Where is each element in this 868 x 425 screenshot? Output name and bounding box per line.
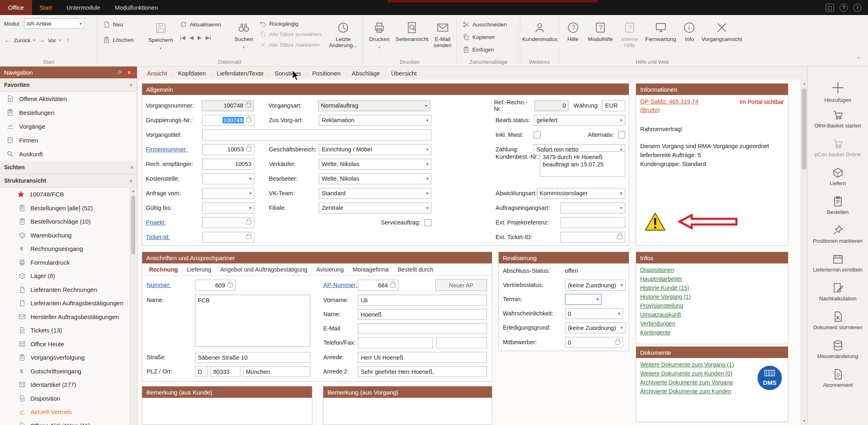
bearb-status-select[interactable]: geliefert▾ (534, 115, 625, 126)
save-button[interactable]: Speichern▾ (145, 18, 176, 52)
kostenstelle-select[interactable]: ▾ (202, 173, 254, 184)
vertriebsstatus-select[interactable]: (keine Zuordnung)▾ (565, 280, 626, 291)
favoriten-section-header[interactable]: Favoriten« (0, 78, 137, 92)
link-verbindungen[interactable]: Verbindungen (640, 320, 675, 327)
vorgangstitel-field[interactable] (202, 129, 431, 140)
tab-avisierung[interactable]: Avisierung (312, 266, 348, 273)
process-view-button[interactable]: Vorgangsansicht (701, 18, 742, 48)
vorname-field[interactable]: Uli (358, 295, 487, 306)
ref-rechn-nr-field[interactable]: 0 (535, 100, 569, 111)
last-record-button[interactable]: ▶| (206, 35, 211, 41)
link-historie-kunde[interactable]: Historie Kunde (15) (640, 285, 689, 291)
sichten-section-header[interactable]: Sichten« (0, 161, 137, 174)
internal-help-button[interactable]: interne Hilfe (618, 18, 641, 48)
zus-vorg-art-select[interactable]: Reklamation▾ (319, 115, 431, 126)
pcon-basket-button[interactable]: pCon.basket Online (807, 138, 868, 167)
first-record-button[interactable]: |◀ (180, 35, 185, 41)
gruppierungs-nr-field[interactable]: 100748 (202, 115, 254, 126)
gueltig-bis-datepicker[interactable]: ▾ (202, 203, 254, 214)
link-weitere-dokumente-vorgang[interactable]: Weitere Dokumente zum Vorgang (1) (640, 361, 734, 368)
ribbon-tab-untermodule[interactable]: Untermodule (59, 0, 108, 15)
tab-positionen[interactable]: Positionen (307, 70, 346, 77)
tree-item-office-heute[interactable]: Office Heute (0, 337, 137, 351)
anschrift-name-field[interactable]: FCB (195, 295, 310, 347)
link-dispositionen[interactable]: Dispositionen (640, 267, 674, 273)
bemerkung-vorgang-textarea[interactable] (323, 398, 492, 425)
tree-item-disposition[interactable]: Disposition (0, 392, 137, 406)
info-icon[interactable]: i (853, 4, 862, 12)
copy-button[interactable]: Kopieren (461, 31, 496, 43)
link-archivierte-dokumente-kunden[interactable]: Archivierte Dokumente zum Kunden (640, 388, 731, 395)
chevron-down-icon[interactable]: ▾ (33, 38, 35, 42)
office-menu-button[interactable]: Office (0, 0, 32, 15)
sidebar-item-firmen[interactable]: Firmen (0, 133, 137, 147)
op-saldo-link[interactable]: OP-Saldo: 465.319,74 (640, 98, 699, 105)
tree-item-bestellvorschlaege[interactable]: Bestellvorschläge (10) (0, 215, 137, 229)
forward-label[interactable]: Vor (48, 37, 56, 43)
bemerkung-kunde-textarea[interactable] (142, 398, 312, 425)
termin-datepicker[interactable]: ▾ (565, 294, 602, 305)
tab-rechnung[interactable]: Rechnung (145, 266, 182, 273)
ribbon-tab-start[interactable]: Start (32, 0, 59, 15)
field-label-nummer-link[interactable]: Nummer: (147, 282, 171, 288)
tree-item-aktuell-vertrieb[interactable]: Aktuell-Vertrieb (0, 405, 137, 419)
bearbeiter-select[interactable]: Welte, Nikolas▾ (319, 173, 431, 184)
prev-record-button[interactable]: ◀ (189, 35, 193, 41)
new-button[interactable]: Neu (102, 18, 143, 30)
link-historie-vorgang[interactable]: Historie Vorgang (1) (640, 293, 691, 300)
main-scrollbar[interactable]: ▲ ▼ (801, 80, 807, 425)
rech-empfaenger-field[interactable]: 10053 (202, 159, 254, 170)
land-field[interactable]: D (195, 366, 208, 377)
send-email-button[interactable]: E-Mail senden (432, 18, 453, 51)
geschaeftsbereich-select[interactable]: Einrichtung / Möbel▾ (319, 144, 431, 155)
tab-lieferung[interactable]: Lieferung (182, 266, 216, 273)
tree-item-identartikel[interactable]: Identartikel (277) (0, 378, 137, 392)
help-icon[interactable]: ? (840, 4, 848, 12)
tab-ansicht[interactable]: Ansicht (142, 70, 173, 77)
tab-montagefirma[interactable]: Montagefirma (348, 266, 393, 273)
tab-abschlaege[interactable]: Abschläge (346, 70, 386, 77)
mass-change-button[interactable]: Massenänderung (807, 340, 868, 369)
anrede-field[interactable]: Herr Uli Hoeneß (358, 352, 487, 363)
plz-field[interactable]: 80333 (210, 366, 240, 377)
kundenbest-nr-field[interactable]: 3479 durch Hr Hoeneß beauftragt am 15.07… (540, 151, 625, 177)
sidebar-item-offene-aktivitaeten[interactable]: Offene Aktivitäten (0, 92, 137, 106)
modul-select[interactable]: AR-Artikel▾ (24, 18, 85, 29)
module-help-button[interactable]: Modulhilfe (585, 18, 616, 48)
anrede2-field[interactable]: Sehr geehrter Herr Hoeneß, (358, 366, 487, 377)
auftragseingangsart-select[interactable]: ▾ (561, 203, 625, 214)
layout-icon[interactable]: ▢ (826, 4, 834, 12)
link-kontingente[interactable]: Kontingente (640, 329, 671, 336)
select-all-records-button[interactable]: Alle Sätze auswählen (258, 29, 325, 39)
delete-button[interactable]: Löschen (102, 34, 143, 46)
wahrscheinlichkeit-select[interactable]: 0▾ (565, 308, 623, 319)
mark-all-records-button[interactable]: Alle Sätze markieren (258, 39, 325, 50)
ext-ticket-id-field[interactable] (561, 232, 625, 243)
tree-item-rechnungseingang[interactable]: Rechnungseingang (0, 242, 137, 256)
tab-sonstiges[interactable]: Sonstiges (269, 70, 307, 77)
tree-item-vorgangsverfolgung[interactable]: Vorgangsverfolgung (0, 351, 137, 365)
scrollbar-thumb[interactable] (802, 88, 807, 170)
ticket-id-field[interactable] (202, 232, 254, 243)
alternativ-checkbox[interactable] (618, 132, 625, 138)
tree-item-formulardruck[interactable]: Formulardruck (0, 256, 137, 270)
add-position-button[interactable]: Hinzufügen (807, 80, 868, 109)
pin-icon[interactable] (116, 69, 122, 76)
paste-button[interactable]: Einfügen (461, 43, 496, 56)
tab-lieferdaten-texte[interactable]: Lieferdaten/Texte (212, 70, 269, 77)
ext-projektreferenz-field[interactable] (561, 217, 625, 228)
anschrift-nummer-field[interactable]: 609 (195, 280, 236, 291)
delivery-date-button[interactable]: Liefertermin ermitteln (807, 253, 868, 282)
filiale-select[interactable]: Zentrale▾ (319, 203, 431, 214)
link-weitere-dokumente-kunden[interactable]: Weitere Dokumente zum Kunden (0) (640, 370, 732, 377)
cut-button[interactable]: Ausschneiden (461, 18, 509, 31)
abwicklungsart-select[interactable]: Kommissionslager▾ (537, 188, 625, 199)
scroll-up-button[interactable]: ▲ (130, 188, 136, 194)
sidebar-item-vorgaenge[interactable]: Vorgänge (0, 119, 137, 133)
back-button[interactable]: ← (4, 36, 11, 44)
ort-field[interactable]: München (243, 366, 310, 377)
tree-item-tickets[interactable]: Tickets (13) (0, 324, 137, 337)
tree-item-laeger[interactable]: Läger (8) (0, 269, 137, 283)
order-button[interactable]: Bestellen (807, 196, 868, 224)
scroll-down-button[interactable]: ▼ (801, 418, 807, 424)
